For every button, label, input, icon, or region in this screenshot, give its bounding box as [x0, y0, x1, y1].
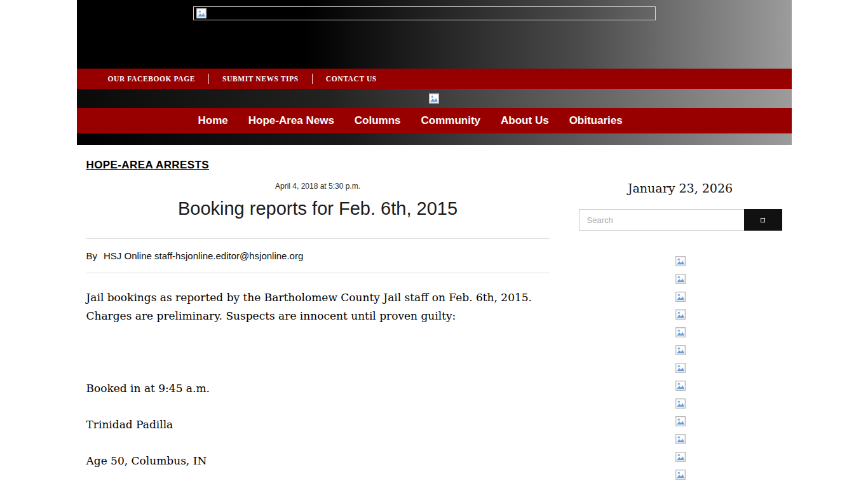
article-body: Jail bookings as reported by the Barthol… [86, 288, 550, 488]
broken-image-icon [675, 256, 686, 266]
nav-item[interactable]: Columns [344, 114, 411, 127]
sidebar-broken-image [675, 434, 686, 444]
nav-item[interactable]: Hope-Area News [238, 114, 344, 127]
utility-link[interactable]: OUR FACEBOOK PAGE [95, 74, 209, 84]
divider [86, 273, 550, 273]
article-date: April 4, 2018 at 5:30 p.m. [86, 182, 550, 191]
article-paragraph: Booked in at 9:45 a.m. [86, 379, 550, 398]
sidebar-broken-image [675, 470, 686, 480]
sidebar-broken-image [675, 452, 686, 462]
broken-image-icon [675, 416, 686, 426]
nav-item[interactable]: Obituaries [559, 114, 633, 127]
broken-image-icon [675, 363, 686, 373]
search-button-glyph [761, 218, 765, 222]
search-button[interactable] [744, 209, 782, 231]
sidebar-broken-image [675, 381, 686, 391]
search-input[interactable] [579, 209, 744, 231]
broken-image-icon [429, 93, 439, 104]
utility-link[interactable]: CONTACT US [312, 74, 390, 84]
utility-bar: OUR FACEBOOK PAGESUBMIT NEWS TIPSCONTACT… [77, 69, 792, 89]
article-paragraph: Trinidad Padilla [86, 416, 550, 434]
broken-image-icon [675, 292, 686, 302]
header-banner-broken-image [193, 6, 656, 20]
broken-image-icon [675, 470, 686, 480]
sidebar-broken-image [675, 398, 686, 409]
broken-image-icon [196, 8, 207, 18]
sidebar-broken-image [675, 345, 686, 355]
sidebar-date: January 23, 2026 [579, 181, 782, 195]
broken-image-icon [675, 381, 686, 391]
sidebar-broken-image [675, 256, 686, 266]
search-box [579, 209, 782, 231]
article: HOPE-AREA ARRESTS April 4, 2018 at 5:30 … [86, 159, 550, 488]
nav-item[interactable]: About Us [491, 114, 559, 127]
broken-image-icon [675, 309, 686, 320]
article-paragraph: Age 50, Columbus, IN [86, 452, 550, 470]
article-paragraph [86, 343, 550, 362]
broken-image-icon [675, 274, 686, 284]
utility-link[interactable]: SUBMIT NEWS TIPS [208, 74, 312, 84]
byline-prefix: By [86, 250, 98, 261]
nav-item[interactable]: Community [411, 114, 491, 127]
sidebar-widgets [579, 256, 782, 480]
page-container: OUR FACEBOOK PAGESUBMIT NEWS TIPSCONTACT… [77, 0, 792, 488]
sidebar-broken-image [675, 416, 686, 426]
masthead [77, 0, 792, 69]
nav-item-list: HomeHope-Area NewsColumnsCommunityAbout … [188, 114, 633, 127]
category-link[interactable]: HOPE-AREA ARRESTS [86, 159, 210, 172]
article-byline: ByHSJ Online staff-hsjonline.editor@hsjo… [86, 239, 550, 273]
nav-item[interactable]: Home [188, 114, 238, 127]
main-nav: HomeHope-Area NewsColumnsCommunityAbout … [77, 108, 792, 133]
broken-image-icon [675, 434, 686, 444]
utility-link-list: OUR FACEBOOK PAGESUBMIT NEWS TIPSCONTACT… [95, 74, 390, 84]
sidebar-broken-image [675, 327, 686, 337]
article-title: Booking reports for Feb. 6th, 2015 [86, 198, 550, 219]
article-paragraph: Jail bookings as reported by the Barthol… [86, 288, 550, 325]
ad-strip [77, 89, 792, 108]
sidebar-broken-image [675, 292, 686, 302]
sidebar-broken-image [675, 274, 686, 284]
sidebar-broken-image [675, 309, 686, 320]
broken-image-icon [675, 327, 686, 337]
content-area: HOPE-AREA ARRESTS April 4, 2018 at 5:30 … [77, 145, 792, 488]
sidebar: January 23, 2026 [579, 159, 782, 488]
broken-image-icon [675, 452, 686, 462]
sidebar-broken-image [675, 363, 686, 373]
nav-bottom-strip [77, 133, 792, 145]
broken-image-icon [675, 398, 686, 409]
byline-author: HSJ Online staff-hsjonline.editor@hsjonl… [104, 250, 303, 261]
broken-image-icon [675, 345, 686, 355]
